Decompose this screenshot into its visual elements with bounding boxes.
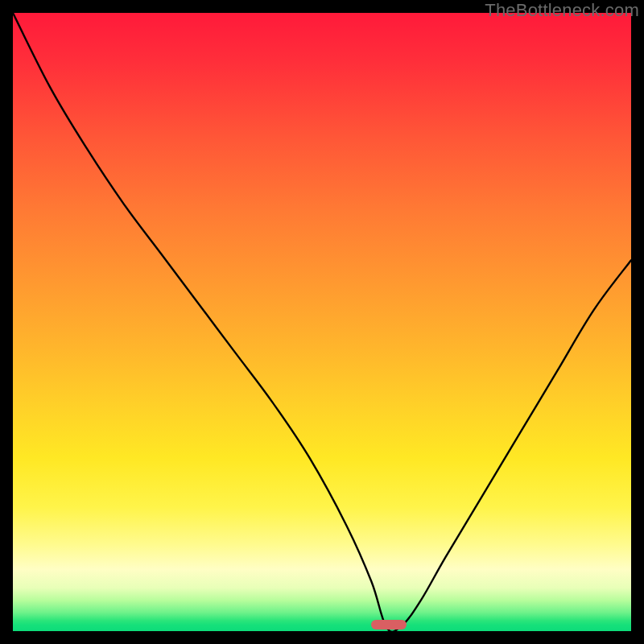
watermark-text: TheBottleneck.com [485,0,639,21]
bottleneck-curve [13,13,631,631]
chart-frame: TheBottleneck.com [0,0,644,644]
plot-area [13,13,631,631]
optimal-marker [371,620,407,630]
bottleneck-curve-path [13,13,631,631]
